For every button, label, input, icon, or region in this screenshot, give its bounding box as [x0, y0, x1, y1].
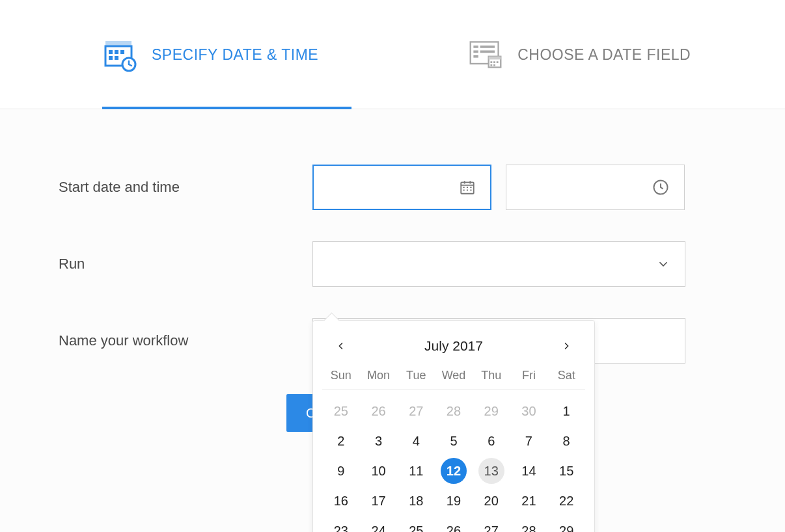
run-select[interactable]: [312, 241, 685, 287]
tab-bar: SPECIFY DATE & TIME CHOOSE A DATE FIELD: [0, 0, 785, 109]
calendar-day[interactable]: 3: [360, 426, 398, 456]
row-start-date: Start date and time: [59, 165, 785, 210]
row-run: Run: [59, 241, 785, 287]
label-start-date: Start date and time: [59, 179, 312, 196]
label-name-workflow: Name your workflow: [59, 332, 312, 349]
calendar-header: July 2017: [320, 332, 588, 365]
svg-rect-13: [474, 55, 478, 58]
svg-rect-9: [474, 46, 478, 48]
svg-rect-2: [109, 50, 113, 54]
calendar-day[interactable]: 13: [473, 456, 510, 486]
time-input[interactable]: [506, 165, 685, 210]
tab-label: CHOOSE A DATE FIELD: [517, 46, 691, 64]
clock-icon: [652, 178, 670, 196]
svg-rect-4: [120, 50, 124, 54]
svg-rect-5: [109, 56, 113, 60]
calendar-day[interactable]: 15: [547, 456, 585, 486]
calendar-day[interactable]: 16: [322, 486, 360, 516]
calendar-dayname: Wed: [435, 365, 473, 390]
svg-rect-6: [115, 56, 118, 60]
calendar-day[interactable]: 22: [547, 486, 585, 516]
calendar-day[interactable]: 6: [473, 426, 510, 456]
prev-month-button[interactable]: [331, 336, 351, 356]
svg-rect-19: [491, 64, 493, 66]
calendar-icon: [459, 179, 476, 196]
calendar-day[interactable]: 26: [360, 396, 398, 426]
calendar-dayname: Sun: [322, 365, 360, 390]
calendar-day[interactable]: 4: [397, 426, 435, 456]
calendar-day[interactable]: 12: [435, 456, 473, 486]
calendar-day[interactable]: 20: [473, 486, 510, 516]
calendar-day[interactable]: 25: [397, 516, 435, 532]
calendar-dayname: Fri: [510, 365, 548, 390]
svg-rect-10: [480, 46, 495, 48]
calendar-day[interactable]: 29: [547, 516, 585, 532]
calendar-dayname: Tue: [397, 365, 435, 390]
form-calendar-icon: [468, 37, 503, 72]
calendar-day[interactable]: 23: [322, 516, 360, 532]
calendar-dayname: Sat: [547, 365, 585, 390]
label-run: Run: [59, 256, 312, 273]
calendar-grid: SunMonTueWedThuFriSat2526272829301234567…: [320, 365, 588, 532]
date-input[interactable]: [312, 165, 491, 210]
tab-choose-date-field[interactable]: CHOOSE A DATE FIELD: [468, 0, 743, 109]
calendar-day[interactable]: 30: [510, 396, 548, 426]
calendar-day[interactable]: 17: [360, 486, 398, 516]
calendar-day[interactable]: 9: [322, 456, 360, 486]
calendar-day[interactable]: 26: [435, 516, 473, 532]
svg-rect-12: [480, 50, 495, 53]
svg-rect-20: [493, 64, 495, 66]
calendar-day[interactable]: 19: [435, 486, 473, 516]
svg-rect-15: [489, 57, 501, 60]
calendar-day[interactable]: 2: [322, 426, 360, 456]
svg-rect-21: [461, 182, 474, 193]
tab-label: SPECIFY DATE & TIME: [152, 46, 318, 64]
calendar-day[interactable]: 28: [435, 396, 473, 426]
svg-rect-17: [493, 61, 495, 63]
calendar-day[interactable]: 27: [473, 516, 510, 532]
next-month-button[interactable]: [557, 336, 576, 356]
svg-rect-11: [474, 50, 478, 53]
form-area: Start date and time Run: [0, 109, 785, 532]
calendar-day[interactable]: 11: [397, 456, 435, 486]
calendar-day[interactable]: 27: [397, 396, 435, 426]
calendar-day[interactable]: 21: [510, 486, 548, 516]
calendar-month-label: July 2017: [424, 338, 483, 354]
calendar-day[interactable]: 18: [397, 486, 435, 516]
calendar-day[interactable]: 10: [360, 456, 398, 486]
calendar-day[interactable]: 28: [510, 516, 548, 532]
calendar-day[interactable]: 25: [322, 396, 360, 426]
calendar-day[interactable]: 14: [510, 456, 548, 486]
calendar-day[interactable]: 1: [547, 396, 585, 426]
tab-specify-date-time[interactable]: SPECIFY DATE & TIME: [102, 0, 370, 109]
calendar-dayname: Thu: [473, 365, 510, 390]
calendar-day[interactable]: 7: [510, 426, 548, 456]
svg-rect-3: [115, 50, 118, 54]
chevron-down-icon: [656, 257, 670, 271]
svg-rect-16: [491, 61, 493, 63]
calendar-dayname: Mon: [360, 365, 398, 390]
calendar-clock-icon: [102, 37, 137, 72]
svg-rect-18: [497, 61, 499, 63]
date-picker-popup: July 2017 SunMonTueWedThuFriSat252627282…: [312, 320, 595, 532]
calendar-day[interactable]: 29: [473, 396, 510, 426]
calendar-day[interactable]: 24: [360, 516, 398, 532]
calendar-day[interactable]: 8: [547, 426, 585, 456]
calendar-day[interactable]: 5: [435, 426, 473, 456]
